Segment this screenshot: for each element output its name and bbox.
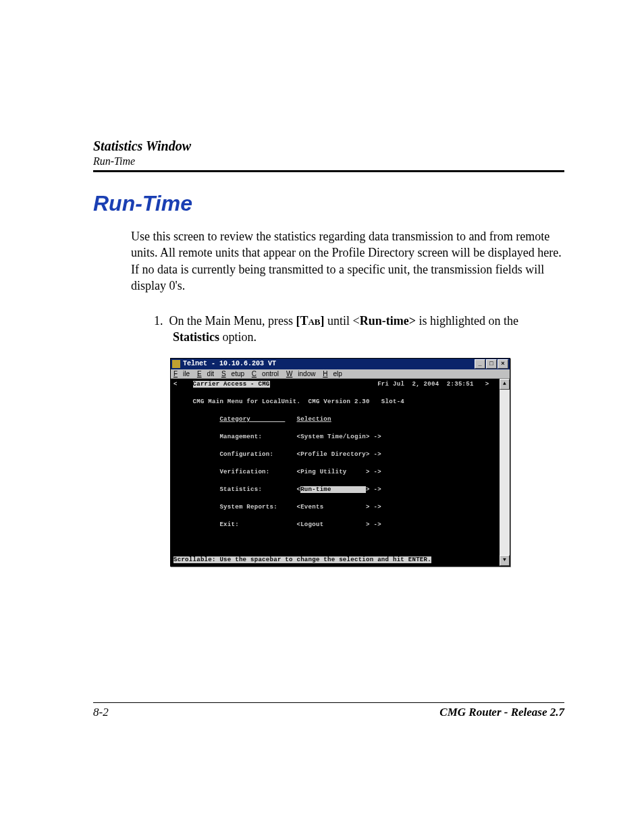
app-icon <box>172 360 180 368</box>
step-post1: is highlighted on the <box>416 314 518 328</box>
maximize-button[interactable]: □ <box>486 359 497 369</box>
menu-setup[interactable]: Setup <box>221 370 244 377</box>
scroll-track[interactable] <box>500 390 510 555</box>
intro-paragraph: Use this screen to review the statistics… <box>131 228 564 294</box>
step-pre: On the Main Menu, press <box>169 314 296 328</box>
header-subtitle: Run-Time <box>93 155 564 167</box>
doc-title-footer: CMG Router - Release 2.7 <box>439 706 564 719</box>
terminal-screen[interactable]: < Carrier Access - CMG Fri Jul 2, 2004 2… <box>171 379 500 566</box>
menu-window[interactable]: Window <box>286 370 316 377</box>
telnet-window: Telnet - 10.10.6.203 VT _ □ × File Edit … <box>170 358 510 567</box>
window-title: Telnet - 10.10.6.203 VT <box>183 360 474 367</box>
menu-control[interactable]: Control <box>252 370 279 377</box>
menubar: File Edit Setup Control Window Help <box>171 369 510 379</box>
menu-file[interactable]: File <box>173 370 190 377</box>
step-stats: Statistics <box>173 330 219 344</box>
page-number: 8-2 <box>93 706 109 719</box>
step-mid: until < <box>325 314 360 328</box>
header-rule <box>93 170 564 172</box>
window-titlebar[interactable]: Telnet - 10.10.6.203 VT _ □ × <box>171 359 510 369</box>
step-runtime: Run-time> <box>360 314 416 328</box>
step-1: 1. On the Main Menu, press [Tab] until <… <box>154 313 564 346</box>
header-section-title: Statistics Window <box>93 138 564 154</box>
scroll-up-button[interactable]: ▲ <box>500 379 510 390</box>
step-number: 1. <box>154 314 163 328</box>
footer-rule <box>93 702 564 703</box>
step-tab-key: [Tab] <box>296 314 324 328</box>
page-footer: 8-2 CMG Router - Release 2.7 <box>93 702 564 719</box>
step-post2: option. <box>219 330 257 344</box>
minimize-button[interactable]: _ <box>475 359 485 369</box>
menu-help[interactable]: Help <box>323 370 342 377</box>
menu-edit[interactable]: Edit <box>197 370 214 377</box>
main-heading: Run-Time <box>93 191 564 216</box>
close-button[interactable]: × <box>498 359 508 369</box>
scrollbar[interactable]: ▲ ▼ <box>500 379 510 566</box>
scroll-down-button[interactable]: ▼ <box>500 555 510 566</box>
